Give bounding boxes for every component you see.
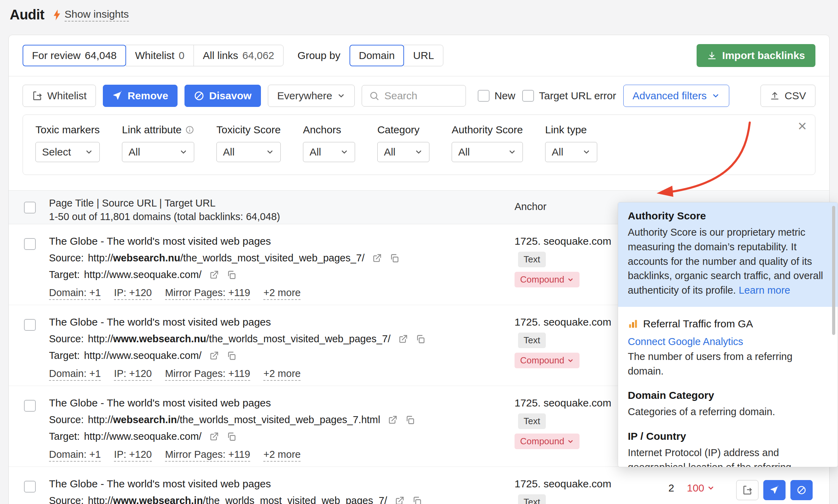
row-checkbox[interactable] — [24, 481, 36, 493]
tab-for-review[interactable]: For review 64,048 — [23, 45, 126, 66]
mirror-pages-expander[interactable]: Mirror Pages: +119 — [165, 287, 250, 300]
columns-header: Page Title | Source URL | Target URL — [49, 196, 280, 210]
advanced-filters-label: Advanced filters — [633, 90, 707, 102]
row-checkbox[interactable] — [24, 400, 36, 412]
import-backlinks-button[interactable]: Import backlinks — [697, 44, 815, 67]
link-type-select[interactable]: All — [545, 142, 597, 162]
tooltip-authority-score-title: Authority Score — [628, 210, 827, 222]
tooltip-authority-score-section: Authority Score Authority Score is our p… — [618, 202, 838, 307]
advanced-filters-dropdown[interactable]: Advanced filters — [623, 85, 729, 107]
source-label: Source: — [49, 333, 84, 345]
copy-source-url-icon[interactable] — [412, 496, 422, 504]
group-by-domain-button[interactable]: Domain — [350, 45, 404, 66]
ip-expander[interactable]: IP: +120 — [114, 287, 152, 300]
new-checkbox-box[interactable] — [478, 90, 490, 102]
open-target-url-icon[interactable] — [209, 432, 219, 442]
source-label: Source: — [49, 495, 84, 504]
toxicity-score-select[interactable]: All — [216, 142, 281, 162]
chevron-down-icon — [582, 148, 591, 156]
domain-expander[interactable]: Domain: +1 — [49, 287, 101, 300]
mirror-pages-expander[interactable]: Mirror Pages: +119 — [165, 449, 250, 462]
whitelist-button[interactable]: Whitelist — [23, 85, 96, 107]
row-checkbox[interactable] — [24, 238, 36, 250]
authority-score-select[interactable]: All — [452, 142, 523, 162]
row-disavow-button[interactable] — [790, 480, 813, 500]
toxicity-score-value[interactable]: 100 — [687, 482, 715, 494]
link-attribute-select[interactable]: All — [122, 142, 194, 162]
copy-target-url-icon[interactable] — [227, 270, 236, 280]
toxicity-badge[interactable]: Compound — [515, 353, 580, 368]
domain-expander[interactable]: Domain: +1 — [49, 368, 101, 381]
group-by-label: Group by — [297, 50, 340, 61]
group-by-tabs: Domain URL — [350, 45, 443, 66]
more-expander[interactable]: +2 more — [263, 449, 301, 462]
learn-more-link[interactable]: Learn more — [739, 285, 790, 296]
domain-expander[interactable]: Domain: +1 — [49, 449, 101, 462]
target-label: Target: — [49, 269, 80, 280]
row-actions — [736, 480, 813, 500]
close-filters-icon[interactable]: × — [798, 118, 807, 134]
ip-expander[interactable]: IP: +120 — [114, 449, 152, 462]
target-url-error-checkbox-box[interactable] — [522, 90, 534, 102]
toxicity-badge[interactable]: Compound — [515, 272, 580, 287]
remove-button[interactable]: Remove — [103, 85, 178, 107]
connect-google-analytics-link[interactable]: Connect Google Analytics — [628, 336, 743, 347]
link-type-badge: Text — [518, 494, 546, 504]
anchor-text: 1725. seoquake.com — [515, 235, 611, 247]
toxic-markers-select[interactable]: Select — [35, 142, 100, 162]
csv-export-button[interactable]: CSV — [761, 85, 815, 107]
tooltip-scrollbar[interactable] — [832, 206, 835, 335]
copy-target-url-icon[interactable] — [227, 432, 236, 442]
open-source-url-icon[interactable] — [398, 334, 408, 344]
tab-whitelist-count: 0 — [179, 50, 184, 61]
link-attribute-value: All — [129, 146, 140, 158]
show-insights-link[interactable]: Show insights — [65, 8, 129, 22]
everywhere-dropdown[interactable]: Everywhere — [268, 85, 355, 107]
target-url-error-checkbox[interactable]: Target URL error — [522, 90, 616, 102]
open-source-url-icon[interactable] — [388, 415, 397, 425]
ip-expander[interactable]: IP: +120 — [114, 368, 152, 381]
anchors-select[interactable]: All — [303, 142, 355, 162]
category-label: Category — [377, 124, 429, 136]
category-select[interactable]: All — [377, 142, 429, 162]
copy-source-url-icon[interactable] — [389, 253, 399, 263]
open-source-url-icon[interactable] — [395, 496, 404, 504]
new-checkbox-label: New — [494, 90, 515, 102]
target-label: Target: — [49, 350, 80, 361]
open-target-url-icon[interactable] — [209, 351, 219, 361]
anchor-column-header: Anchor — [515, 201, 547, 212]
toxicity-score-label: Toxicity Score — [216, 124, 281, 136]
toxicity-badge[interactable]: Compound — [515, 434, 580, 449]
search-input[interactable] — [384, 90, 459, 102]
more-expander[interactable]: +2 more — [263, 368, 301, 381]
tab-whitelist[interactable]: Whitelist 0 — [126, 45, 194, 66]
tab-for-review-label: For review — [32, 50, 81, 61]
anchor-text: 1725. seoquake.com — [515, 316, 611, 328]
row-remove-button[interactable] — [763, 480, 786, 500]
filters-panel: Toxic markers Select Link attribute All … — [23, 115, 815, 175]
more-expander[interactable]: +2 more — [263, 287, 301, 300]
open-source-url-icon[interactable] — [372, 253, 382, 263]
copy-target-url-icon[interactable] — [227, 351, 236, 361]
link-type-badge: Text — [518, 413, 546, 429]
target-url: http://www.seoquake.com/ — [84, 431, 202, 442]
download-icon — [707, 51, 717, 60]
mirror-pages-expander[interactable]: Mirror Pages: +119 — [165, 368, 250, 381]
source-label: Source: — [49, 414, 84, 426]
filter-authority-score: Authority Score All — [452, 124, 523, 162]
row-checkbox[interactable] — [24, 319, 36, 331]
disavow-button[interactable]: Disavow — [184, 85, 261, 107]
filter-toxicity-score: Toxicity Score All — [216, 124, 281, 162]
select-all-checkbox[interactable] — [24, 202, 36, 213]
info-icon[interactable] — [185, 125, 194, 134]
send-icon — [770, 485, 779, 495]
authority-score-label: Authority Score — [452, 124, 523, 136]
open-target-url-icon[interactable] — [209, 270, 219, 280]
group-by-url-button[interactable]: URL — [404, 45, 443, 66]
link-type-value: All — [552, 146, 563, 158]
copy-source-url-icon[interactable] — [405, 415, 415, 425]
new-checkbox[interactable]: New — [478, 90, 515, 102]
tab-all-links[interactable]: All links 64,062 — [194, 45, 284, 66]
copy-source-url-icon[interactable] — [416, 334, 425, 344]
row-whitelist-button[interactable] — [736, 480, 758, 500]
